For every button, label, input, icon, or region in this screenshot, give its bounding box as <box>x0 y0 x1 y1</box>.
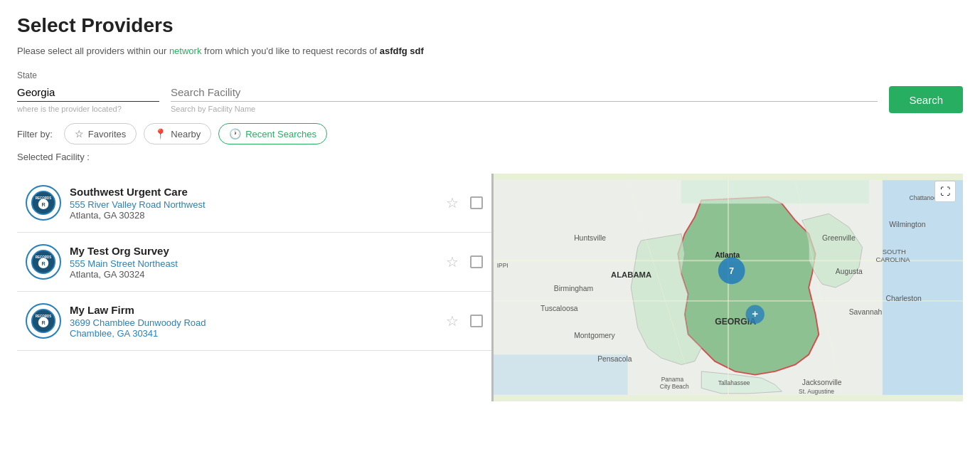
main-content: RECORDS R Southwest Urgent Care 555 Rive… <box>17 174 963 401</box>
svg-text:Montgomery: Montgomery <box>574 332 615 339</box>
nearby-label: Nearby <box>171 129 201 139</box>
table-row: RECORDS R My Law Firm 3699 Chamblee Dunw… <box>17 292 491 351</box>
table-row: RECORDS R My Test Org Survey 555 Main St… <box>17 233 491 292</box>
facility-input[interactable] <box>171 83 878 102</box>
svg-text:Birmingham: Birmingham <box>554 285 593 292</box>
clock-icon: 🕐 <box>229 128 241 139</box>
filter-row: Filter by: ☆ Favorites 📍 Nearby 🕐 Recent… <box>17 123 963 144</box>
provider-info: Southwest Urgent Care 555 River Valley R… <box>70 186 437 221</box>
svg-text:ALABAMA: ALABAMA <box>611 270 651 279</box>
svg-rect-19 <box>681 180 869 204</box>
search-form: State where is the provider located? Sea… <box>17 70 963 113</box>
select-checkbox[interactable] <box>470 255 483 268</box>
favorite-button[interactable]: ☆ <box>446 194 459 211</box>
svg-text:SOUTH: SOUTH <box>883 248 906 255</box>
provider-name: My Test Org Survey <box>70 245 437 257</box>
provider-address: 3699 Chamblee Dunwoody Road Chamblee, GA… <box>70 317 437 339</box>
svg-text:Tallahassee: Tallahassee <box>718 379 750 386</box>
filter-label: Filter by: <box>17 129 53 139</box>
svg-text:R: R <box>41 320 46 326</box>
svg-text:R: R <box>41 260 46 267</box>
recent-searches-label: Recent Searches <box>245 129 316 139</box>
provider-address: 555 Main Street Northeast Atlanta, GA 30… <box>70 258 437 280</box>
provider-city: Atlanta, GA 30324 <box>70 269 437 280</box>
state-input[interactable] <box>17 83 159 102</box>
star-icon: ☆ <box>75 128 84 139</box>
page-title: Select Providers <box>17 14 963 37</box>
svg-text:Savannah: Savannah <box>849 308 883 316</box>
provider-name: Southwest Urgent Care <box>70 186 437 198</box>
subtitle-prefix: Please select all providers within our <box>17 46 169 56</box>
facility-field-group: Search by Facility Name <box>171 83 878 113</box>
svg-rect-14 <box>883 180 963 395</box>
map-svg: Huntsville Birmingham Tuscaloosa Montgom… <box>494 174 963 401</box>
provider-info: My Test Org Survey 555 Main Street North… <box>70 245 437 280</box>
svg-text:CAROLINA: CAROLINA <box>875 255 910 263</box>
favorite-button[interactable]: ☆ <box>446 312 459 329</box>
provider-street: 3699 Chamblee Dunwoody Road <box>70 317 437 328</box>
state-label: State <box>17 70 159 80</box>
provider-logo: RECORDS R <box>26 185 61 221</box>
svg-text:Pensacola: Pensacola <box>597 355 632 363</box>
select-checkbox[interactable] <box>470 196 483 209</box>
provider-street: 555 Main Street Northeast <box>70 258 437 269</box>
state-field-group: State where is the provider located? <box>17 70 159 113</box>
provider-city: Atlanta, GA 30328 <box>70 210 437 221</box>
search-button[interactable]: Search <box>889 86 963 113</box>
provider-actions: ☆ <box>446 253 483 270</box>
svg-text:Wilmington: Wilmington <box>889 221 925 228</box>
provider-name: My Law Firm <box>70 304 437 316</box>
svg-text:Panama: Panama <box>661 376 684 383</box>
state-hint: where is the provider located? <box>17 105 159 113</box>
recent-searches-filter-button[interactable]: 🕐 Recent Searches <box>218 123 327 144</box>
svg-text:Augusta: Augusta <box>836 268 863 275</box>
svg-text:Atlanta: Atlanta <box>715 251 740 259</box>
provider-street: 555 River Valley Road Northwest <box>70 199 437 210</box>
svg-text:Huntsville: Huntsville <box>574 234 606 242</box>
favorites-label: Favorites <box>88 129 126 139</box>
map-container[interactable]: Huntsville Birmingham Tuscaloosa Montgom… <box>494 174 963 401</box>
selected-facility-label: Selected Facility : <box>17 152 963 162</box>
svg-text:+: + <box>752 307 758 320</box>
provider-logo: RECORDS R <box>26 303 61 339</box>
subtitle-patient: asfdfg sdf <box>380 46 424 56</box>
favorites-filter-button[interactable]: ☆ Favorites <box>64 123 137 144</box>
svg-text:City Beach: City Beach <box>660 383 689 390</box>
subtitle-network: network <box>169 46 202 56</box>
provider-info: My Law Firm 3699 Chamblee Dunwoody Road … <box>70 304 437 339</box>
provider-address: 555 River Valley Road Northwest Atlanta,… <box>70 199 437 221</box>
svg-text:7: 7 <box>729 266 734 276</box>
provider-list: RECORDS R Southwest Urgent Care 555 Rive… <box>17 174 494 401</box>
svg-text:Jacksonville: Jacksonville <box>802 379 842 386</box>
expand-icon: ⛶ <box>940 186 950 197</box>
svg-text:Charleston: Charleston <box>886 295 922 302</box>
nearby-filter-button[interactable]: 📍 Nearby <box>144 123 211 144</box>
svg-text:R: R <box>41 201 46 208</box>
select-checkbox[interactable] <box>470 315 483 327</box>
map-section: Huntsville Birmingham Tuscaloosa Montgom… <box>494 174 963 401</box>
table-row: RECORDS R Southwest Urgent Care 555 Rive… <box>17 174 491 233</box>
provider-actions: ☆ <box>446 312 483 329</box>
subtitle-middle: from which you'd like to request records… <box>201 46 379 56</box>
svg-text:St. Augustine: St. Augustine <box>799 388 834 395</box>
provider-actions: ☆ <box>446 194 483 211</box>
page-container: Select Providers Please select all provi… <box>0 0 980 416</box>
subtitle: Please select all providers within our n… <box>17 46 963 56</box>
svg-text:Greenville: Greenville <box>822 234 856 242</box>
map-expand-button[interactable]: ⛶ <box>934 181 956 202</box>
svg-text:IPPI: IPPI <box>497 262 508 269</box>
provider-city: Chamblee, GA 30341 <box>70 328 437 339</box>
favorite-button[interactable]: ☆ <box>446 253 459 270</box>
location-icon: 📍 <box>154 128 166 139</box>
provider-logo: RECORDS R <box>26 244 61 280</box>
svg-text:Tuscaloosa: Tuscaloosa <box>540 305 578 312</box>
facility-hint: Search by Facility Name <box>171 105 878 113</box>
